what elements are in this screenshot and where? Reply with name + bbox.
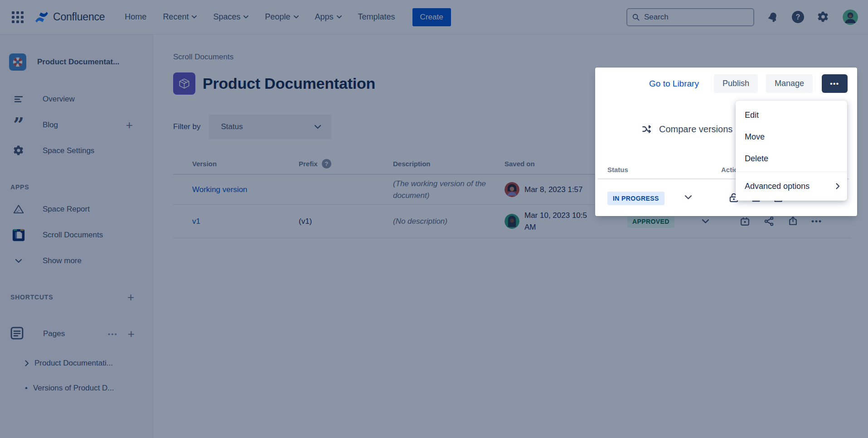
document-actions-bar: Go to Library Publish Manage ••• [649, 74, 848, 93]
more-options-menu: Edit Move Delete Advanced options [736, 101, 847, 201]
manage-button[interactable]: Manage [766, 74, 813, 93]
modal-dim-overlay [0, 0, 868, 438]
confluence-app: Confluence Home Recent Spaces People App… [0, 0, 868, 438]
publish-button[interactable]: Publish [714, 74, 758, 93]
menu-item-move[interactable]: Move [736, 126, 847, 148]
menu-divider [736, 172, 847, 172]
menu-item-edit[interactable]: Edit [736, 104, 847, 126]
chevron-right-icon [836, 183, 840, 189]
status-badge-in-progress[interactable]: IN PROGRESS [607, 192, 664, 205]
compare-versions-button[interactable]: Compare versions [641, 124, 732, 135]
compare-shuffle-icon [641, 124, 654, 135]
menu-item-delete[interactable]: Delete [736, 148, 847, 169]
go-to-library-link[interactable]: Go to Library [649, 79, 699, 89]
col-header-status: Status [607, 166, 628, 173]
menu-item-advanced-options[interactable]: Advanced options [736, 174, 847, 198]
chevron-down-icon[interactable] [684, 195, 692, 200]
more-options-button[interactable]: ••• [822, 74, 848, 93]
